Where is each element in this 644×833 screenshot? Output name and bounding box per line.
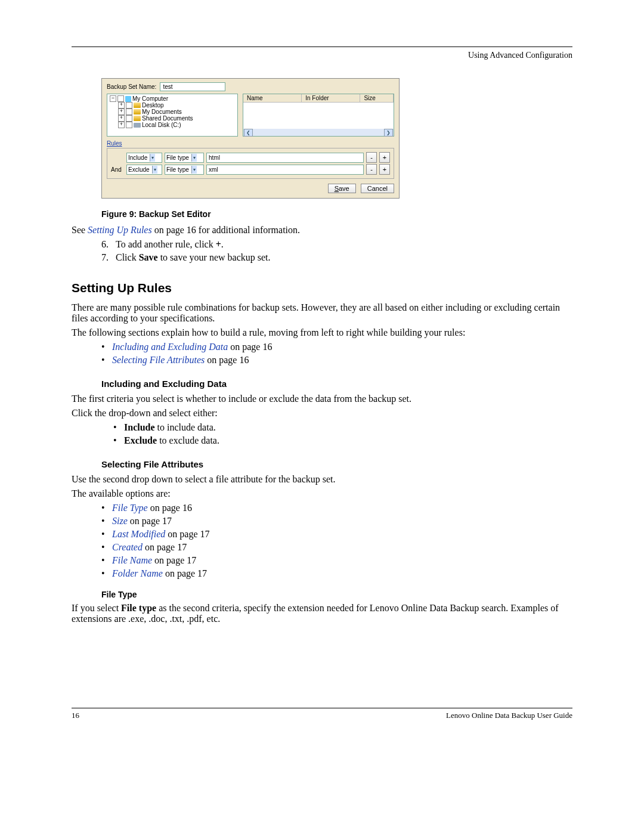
scroll-right-icon[interactable]: ❯	[384, 129, 393, 137]
file-list[interactable]: Name In Folder Size ❮ ❯	[243, 94, 394, 137]
rule-value-input[interactable]: html	[206, 153, 364, 163]
attribute-dropdown[interactable]: File type▾	[165, 153, 204, 163]
page-number: 16	[72, 711, 79, 720]
rules-box: Include▾ File type▾ html - + And Exclude…	[107, 148, 394, 179]
backup-set-name-input[interactable]: test	[160, 82, 225, 91]
folder-tree[interactable]: −My Computer +Desktop +My Documents +Sha…	[107, 94, 238, 137]
bullet: •File Type on page 16	[101, 503, 572, 513]
paragraph: Click the drop-down and select either:	[72, 408, 572, 419]
save-button[interactable]: Save	[328, 184, 356, 193]
scroll-left-icon[interactable]: ❮	[244, 129, 253, 137]
rule-row: And Exclude▾ File type▾ xml - +	[111, 164, 390, 175]
link-including-excluding[interactable]: Including and Excluding Data	[112, 342, 228, 352]
tree-item[interactable]: Local Disk (C:)	[142, 122, 181, 128]
bullet: •File Name on page 17	[101, 555, 572, 566]
rule-value-input[interactable]: xml	[206, 165, 364, 175]
bullet: •Exclude to exclude data.	[113, 435, 572, 446]
tree-root[interactable]: My Computer	[132, 95, 168, 102]
expand-icon[interactable]: +	[118, 122, 125, 128]
figure-caption: Figure 9: Backup Set Editor	[101, 209, 572, 219]
bullet: •Including and Excluding Data on page 16	[101, 342, 572, 352]
link-file-name[interactable]: File Name	[112, 555, 152, 565]
attribute-dropdown[interactable]: File type▾	[165, 165, 204, 175]
include-exclude-dropdown[interactable]: Exclude▾	[126, 165, 162, 175]
link-file-type[interactable]: File Type	[112, 503, 148, 513]
paragraph: There are many possible rule combination…	[72, 302, 572, 324]
chevron-down-icon: ▾	[191, 166, 197, 174]
drive-icon	[134, 123, 141, 128]
bullet: •Folder Name on page 17	[101, 568, 572, 579]
bullet: •Size on page 17	[101, 516, 572, 527]
see-reference: See Setting Up Rules on page 16 for addi…	[72, 225, 572, 236]
paragraph: The following sections explain how to bu…	[72, 327, 572, 338]
link-folder-name[interactable]: Folder Name	[112, 568, 163, 578]
rule-conjunction: And	[111, 166, 124, 173]
rule-row: Include▾ File type▾ html - +	[111, 152, 390, 163]
chevron-down-icon: ▾	[191, 154, 197, 162]
backup-set-name-label: Backup Set Name:	[107, 83, 156, 90]
link-selecting-file-attributes[interactable]: Selecting File Attributes	[112, 355, 205, 365]
bullet: •Include to include data.	[113, 422, 572, 433]
chevron-down-icon: ▾	[150, 154, 155, 162]
col-size[interactable]: Size	[360, 94, 394, 102]
paragraph: If you select File type as the second cr…	[72, 603, 572, 624]
bullet: •Selecting File Attributes on page 16	[101, 355, 572, 366]
col-infolder[interactable]: In Folder	[302, 94, 360, 102]
remove-rule-button[interactable]: -	[366, 152, 377, 163]
paragraph: Use the second drop down to select a fil…	[72, 474, 572, 485]
collapse-icon[interactable]: −	[110, 95, 116, 102]
heading-including-excluding: Including and Excluding Data	[101, 379, 572, 389]
paragraph: The first criteria you select is whether…	[72, 394, 572, 404]
tree-item[interactable]: Desktop	[142, 102, 164, 109]
link-last-modified[interactable]: Last Modified	[112, 529, 165, 539]
heading-setting-up-rules: Setting Up Rules	[72, 281, 572, 295]
link-size[interactable]: Size	[112, 516, 128, 526]
add-rule-button[interactable]: +	[379, 164, 390, 175]
add-rule-button[interactable]: +	[379, 152, 390, 163]
tree-item[interactable]: My Documents	[142, 109, 182, 115]
link-created[interactable]: Created	[112, 542, 143, 552]
folder-icon	[134, 103, 141, 108]
paragraph: The available options are:	[72, 488, 572, 499]
folder-icon	[134, 116, 141, 121]
bullet: •Created on page 17	[101, 542, 572, 553]
folder-icon	[134, 109, 141, 114]
computer-icon	[125, 96, 131, 102]
heading-selecting-file-attributes: Selecting File Attributes	[101, 459, 572, 469]
tree-item[interactable]: Shared Documents	[142, 115, 193, 122]
backup-set-editor-screenshot: Backup Set Name: test −My Computer +Desk…	[101, 78, 400, 199]
heading-file-type: File Type	[101, 590, 572, 599]
remove-rule-button[interactable]: -	[366, 164, 377, 175]
horizontal-scrollbar[interactable]: ❮ ❯	[243, 129, 394, 136]
rules-group-label: Rules	[107, 140, 394, 147]
step-7: 7. Click Save to save your new backup se…	[101, 252, 572, 263]
link-setting-up-rules[interactable]: Setting Up Rules	[88, 225, 152, 235]
footer-title: Lenovo Online Data Backup User Guide	[446, 711, 572, 720]
include-exclude-dropdown[interactable]: Include▾	[126, 153, 162, 163]
header-section-label: Using Advanced Configuration	[72, 51, 572, 60]
bullet: •Last Modified on page 17	[101, 529, 572, 540]
chevron-down-icon: ▾	[152, 166, 157, 174]
step-6: 6. To add another rule, click +.	[101, 239, 572, 250]
cancel-button[interactable]: Cancel	[361, 184, 394, 193]
col-name[interactable]: Name	[243, 94, 302, 102]
